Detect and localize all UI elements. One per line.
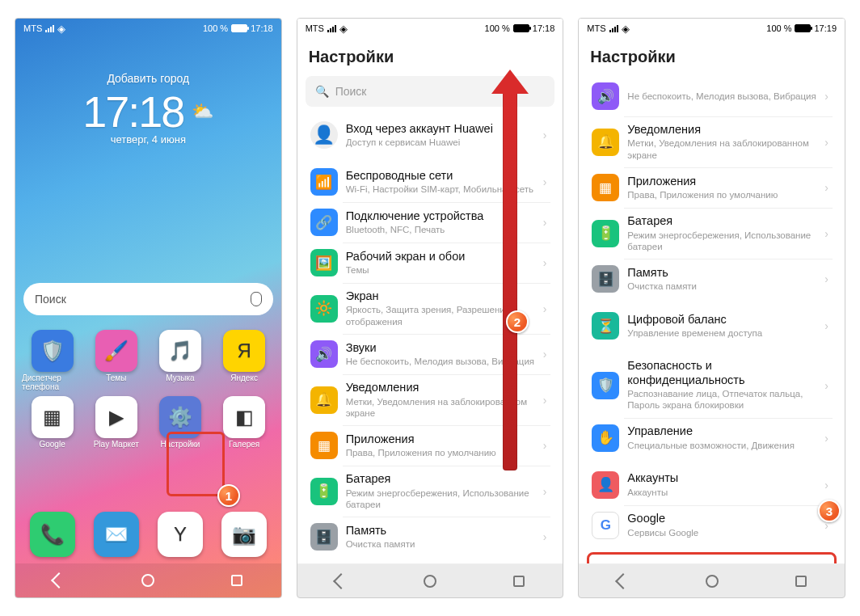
- app-Яндекс[interactable]: ЯЯндекс: [214, 330, 275, 391]
- app-Галерея[interactable]: ◧Галерея: [214, 396, 275, 449]
- settings-row-Система[interactable]: 📱СистемаСистемная навигация, Обновление …: [587, 552, 837, 563]
- app-Диспетчер телефона[interactable]: 🛡️Диспетчер телефона: [22, 330, 82, 391]
- app-icon: ⚙️: [159, 396, 201, 438]
- app-label: Темы: [106, 373, 126, 382]
- wifi-icon: ◈: [622, 23, 630, 34]
- row-icon: ▦: [310, 432, 338, 459]
- row-icon: 🔋: [592, 220, 619, 247]
- app-label: Play Маркет: [94, 440, 139, 449]
- nav-recent-icon[interactable]: [795, 576, 807, 587]
- status-bar: MTS ◈ 100 % 17:18: [15, 19, 281, 38]
- settings-row-Уведомления[interactable]: 🔔УведомленияМетки, Уведомления на заблок…: [587, 116, 837, 167]
- app-dockapp[interactable]: Y: [150, 512, 210, 559]
- row-icon: ⏳: [592, 312, 619, 340]
- row-icon: G: [592, 512, 619, 539]
- settings-row-Звуки[interactable]: 🔊ЗвукиНе беспокоить, Мелодия вызова, Виб…: [306, 334, 555, 374]
- row-subtitle: Права, Приложения по умолчанию: [627, 189, 821, 200]
- settings-row-Батарея[interactable]: 🔋БатареяРежим энергосбережения, Использо…: [306, 466, 555, 517]
- mic-icon[interactable]: [251, 292, 262, 306]
- app-label: Галерея: [229, 440, 259, 449]
- row-icon: 🔊: [310, 340, 338, 368]
- status-time: 17:18: [251, 23, 273, 33]
- nav-home-icon[interactable]: [141, 574, 154, 587]
- wifi-icon: ◈: [339, 23, 348, 34]
- nav-recent-icon[interactable]: [231, 575, 242, 586]
- nav-back-icon[interactable]: [52, 572, 68, 589]
- app-Настройки[interactable]: ⚙️Настройки: [150, 396, 210, 449]
- settings-row-Аккаунты[interactable]: 👤АккаунтыАккаунты›: [587, 465, 837, 505]
- chevron-right-icon: ›: [543, 256, 547, 269]
- settings-row-Подключение устройства[interactable]: 🔗Подключение устройстваBluetooth, NFC, П…: [306, 202, 555, 243]
- nav-back-icon[interactable]: [333, 573, 349, 589]
- row-subtitle: Аккаунты: [627, 487, 821, 498]
- settings-row-Память[interactable]: 🗄️ПамятьОчистка памяти›: [587, 259, 837, 299]
- settings-row-Батарея[interactable]: 🔋БатареяРежим энергосбережения, Использо…: [587, 208, 837, 259]
- app-Темы[interactable]: 🖌️Темы: [86, 330, 146, 391]
- app-Музыка[interactable]: 🎵Музыка: [150, 330, 210, 391]
- nav-back-icon[interactable]: [615, 573, 631, 589]
- row-icon: ✋: [592, 424, 619, 452]
- chevron-right-icon: ›: [824, 432, 828, 445]
- battery-pct: 100 %: [203, 23, 228, 33]
- clock-widget[interactable]: 17:18 ⛅: [15, 86, 281, 137]
- signal-icon: [609, 24, 618, 32]
- row-title: Уведомления: [627, 123, 821, 137]
- signal-icon: [45, 24, 54, 32]
- carrier-label: MTS: [23, 23, 42, 33]
- settings-row-Приложения[interactable]: ▦ПриложенияПрава, Приложения по умолчани…: [306, 425, 555, 466]
- row-subtitle: Режим энергосбережения, Использование ба…: [627, 230, 821, 253]
- weather-icon: ⛅: [192, 101, 213, 122]
- weather-add-city[interactable]: Добавить город: [15, 72, 281, 85]
- search-placeholder: Поиск: [335, 85, 367, 98]
- chevron-right-icon: ›: [824, 90, 828, 103]
- settings-row-Рабочий экран и обои[interactable]: 🖼️Рабочий экран и обоиТемы›: [306, 243, 555, 283]
- clock-date: четверг, 4 июня: [15, 133, 281, 146]
- app-icon: ▶: [95, 396, 137, 438]
- row-icon: 📶: [310, 168, 338, 196]
- app-Google[interactable]: ▦Google: [22, 396, 82, 449]
- nav-home-icon[interactable]: [424, 575, 436, 588]
- row-subtitle: Метки, Уведомления на заблокированном эк…: [627, 137, 821, 161]
- signal-icon: [327, 24, 336, 32]
- settings-row-Цифровой баланс[interactable]: ⏳Цифровой балансУправление временем дост…: [587, 306, 837, 346]
- app-dockapp[interactable]: ✉️: [86, 512, 146, 559]
- battery-pct: 100 %: [766, 23, 791, 33]
- row-icon: 🔔: [592, 129, 619, 156]
- annotation-callout-1: 1: [217, 484, 240, 507]
- app-icon: ◧: [223, 396, 265, 438]
- settings-row-Управление[interactable]: ✋УправлениеСпециальные возможности, Движ…: [587, 418, 837, 458]
- app-Play Маркет[interactable]: ▶Play Маркет: [86, 396, 146, 449]
- settings-row-Google[interactable]: GGoogleСервисы Google›: [587, 505, 837, 546]
- row-title: Память: [627, 266, 821, 280]
- row-subtitle: Очистка памяти: [346, 538, 540, 550]
- battery-icon: [795, 24, 811, 32]
- settings-row-Приложения[interactable]: ▦ПриложенияПрава, Приложения по умолчани…: [587, 167, 837, 208]
- row-icon: 🗄️: [592, 265, 619, 293]
- home-search-bar[interactable]: Поиск: [23, 283, 273, 315]
- nav-home-icon[interactable]: [706, 575, 719, 588]
- settings-row-Беспроводные сети[interactable]: 📶Беспроводные сетиWi-Fi, Настройки SIM-к…: [306, 162, 555, 202]
- chevron-right-icon: ›: [543, 216, 547, 229]
- chevron-right-icon: ›: [543, 302, 547, 315]
- chevron-right-icon: ›: [824, 379, 828, 392]
- settings-row-Память[interactable]: 🗄️ПамятьОчистка памяти›: [306, 517, 555, 557]
- settings-row-Уведомления[interactable]: 🔔УведомленияМетки, Уведомления на заблок…: [306, 374, 555, 425]
- settings-row-item[interactable]: 🔊Не беспокоить, Мелодия вызова, Вибрация…: [587, 76, 837, 116]
- phone-settings-top: MTS ◈ 100 % 17:18 Настройки 🔍 Поиск 👤 Вх…: [297, 18, 564, 598]
- clock-time: 17:18: [82, 86, 183, 137]
- chevron-right-icon: ›: [543, 348, 547, 361]
- search-icon: 🔍: [315, 85, 329, 98]
- settings-row-Безопасность и конфиденциальность[interactable]: 🛡️Безопасность и конфиденциальностьРаспо…: [587, 352, 837, 418]
- carrier-label: MTS: [587, 23, 605, 33]
- app-icon: 📞: [30, 512, 75, 557]
- chevron-right-icon: ›: [824, 181, 828, 194]
- nav-bar: [297, 563, 563, 597]
- chevron-right-icon: ›: [824, 272, 828, 285]
- app-dockapp[interactable]: 📷: [214, 512, 275, 559]
- battery-icon: [513, 24, 529, 32]
- nav-bar: [579, 563, 845, 597]
- app-dockapp[interactable]: 📞: [22, 512, 82, 559]
- nav-recent-icon[interactable]: [513, 576, 525, 587]
- row-huawei-account[interactable]: 👤 Вход через аккаунт Huawei Доступ к сер…: [306, 115, 555, 155]
- avatar-icon: 👤: [310, 121, 338, 149]
